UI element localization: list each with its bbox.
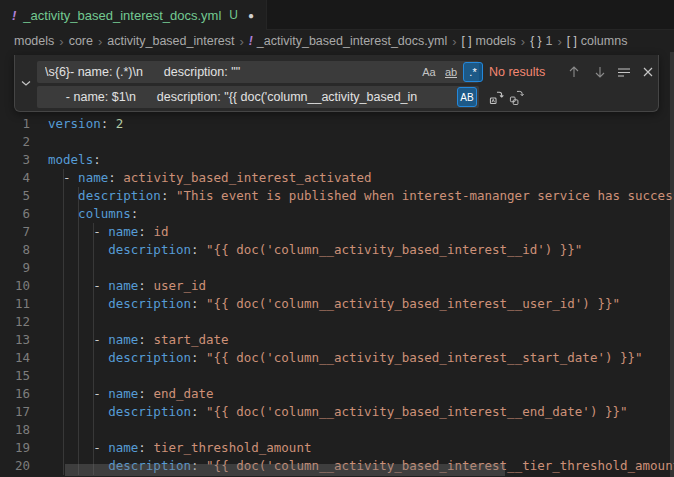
- line-number: 11: [0, 295, 30, 313]
- code-line[interactable]: 11 description: "{{ doc('column__activit…: [0, 295, 674, 313]
- tab-bar: ! _activity_based_interest_docs.yml U ●: [0, 0, 674, 30]
- editor[interactable]: 1version: 223models:4 - name: activity_b…: [0, 52, 674, 477]
- code-text: - name: end_date: [30, 385, 214, 403]
- code-text: description: "{{ doc('column__activity_b…: [30, 403, 628, 421]
- breadcrumb: models›core›activity_based_interest›!_ac…: [0, 30, 674, 52]
- find-input[interactable]: [37, 61, 479, 83]
- line-number: 15: [0, 367, 30, 385]
- line-number: 16: [0, 385, 30, 403]
- breadcrumb-item[interactable]: !_activity_based_interest_docs.yml: [249, 34, 447, 48]
- code-text: description: "This event is published wh…: [30, 187, 674, 205]
- code-line[interactable]: 12: [0, 313, 674, 331]
- git-status-badge: U: [229, 8, 238, 22]
- line-number: 1: [0, 115, 30, 133]
- breadcrumb-item[interactable]: [ ]models: [462, 34, 516, 48]
- code-line[interactable]: 16 - name: end_date: [0, 385, 674, 403]
- replace-all-icon: [509, 90, 524, 105]
- line-number: 20: [0, 457, 30, 475]
- line-number: 19: [0, 439, 30, 457]
- line-number: 3: [0, 151, 30, 169]
- code-text: [30, 367, 48, 385]
- breadcrumb-item[interactable]: core: [69, 34, 93, 48]
- close-find-button[interactable]: [639, 63, 657, 81]
- preserve-case-label: AB: [460, 92, 473, 103]
- code-line[interactable]: 19 - name: tier_threshold_amount: [0, 439, 674, 457]
- code-line[interactable]: 18: [0, 421, 674, 439]
- replace-input[interactable]: [37, 86, 479, 108]
- tab-filename: _activity_based_interest_docs.yml: [23, 8, 221, 23]
- breadcrumb-separator: ›: [59, 34, 63, 49]
- code-line[interactable]: 15: [0, 367, 674, 385]
- line-number: 10: [0, 277, 30, 295]
- line-number: 2: [0, 133, 30, 151]
- regex-button[interactable]: .*: [463, 62, 483, 82]
- whole-word-button[interactable]: ab: [441, 62, 461, 82]
- symbol-array-icon: [ ]: [567, 34, 577, 48]
- toggle-replace-button[interactable]: [15, 55, 37, 111]
- match-case-label: Aa: [422, 66, 435, 78]
- breadcrumb-item[interactable]: activity_based_interest: [107, 34, 234, 48]
- line-number: 13: [0, 331, 30, 349]
- code-line[interactable]: 4 - name: activity_based_interest_activa…: [0, 169, 674, 187]
- breadcrumb-separator: ›: [239, 34, 243, 49]
- regex-label: .*: [469, 66, 476, 78]
- code-line[interactable]: 9: [0, 259, 674, 277]
- arrow-up-icon: [567, 65, 581, 79]
- code-line[interactable]: 2: [0, 133, 674, 151]
- breadcrumb-separator: ›: [558, 34, 562, 49]
- code-text: - name: tier_threshold_amount: [30, 439, 311, 457]
- code-line[interactable]: 5 description: "This event is published …: [0, 187, 674, 205]
- code-line[interactable]: 17 description: "{{ doc('column__activit…: [0, 403, 674, 421]
- code-text: - name: user_id: [30, 277, 206, 295]
- tab-active-file[interactable]: ! _activity_based_interest_docs.yml U ●: [0, 0, 267, 30]
- replace-all-button[interactable]: [507, 88, 525, 106]
- code-line[interactable]: 1version: 2: [0, 115, 674, 133]
- find-in-selection-button[interactable]: [615, 63, 633, 81]
- code-text: [30, 259, 48, 277]
- vertical-scrollbar[interactable]: [670, 52, 674, 477]
- breadcrumb-item[interactable]: { }1: [530, 34, 552, 48]
- modified-dot-icon[interactable]: ●: [248, 10, 254, 21]
- line-number: 9: [0, 259, 30, 277]
- code-text: - name: start_date: [30, 331, 229, 349]
- yaml-file-icon: !: [249, 34, 253, 48]
- breadcrumb-label: models: [476, 34, 516, 48]
- line-number: 8: [0, 241, 30, 259]
- code-line[interactable]: 3models:: [0, 151, 674, 169]
- code-line[interactable]: 7 - name: id: [0, 223, 674, 241]
- code-line[interactable]: 8 description: "{{ doc('column__activity…: [0, 241, 674, 259]
- line-number: 7: [0, 223, 30, 241]
- breadcrumb-item[interactable]: [ ]columns: [567, 34, 628, 48]
- symbol-object-icon: { }: [530, 34, 541, 48]
- selection-icon: [617, 65, 631, 79]
- horizontal-scrollbar[interactable]: [65, 464, 505, 476]
- preserve-case-button[interactable]: AB: [457, 87, 477, 107]
- symbol-array-icon: [ ]: [462, 34, 472, 48]
- vscode-window: ! _activity_based_interest_docs.yml U ● …: [0, 0, 674, 477]
- code-line[interactable]: 13 - name: start_date: [0, 331, 674, 349]
- line-number: 18: [0, 421, 30, 439]
- breadcrumb-item[interactable]: models: [14, 34, 54, 48]
- breadcrumb-separator: ›: [452, 34, 456, 49]
- find-widget: Aa ab .* No results: [14, 55, 659, 112]
- line-number: 4: [0, 169, 30, 187]
- code-line[interactable]: 10 - name: user_id: [0, 277, 674, 295]
- line-number: 5: [0, 187, 30, 205]
- arrow-down-icon: [593, 65, 607, 79]
- line-number: 6: [0, 205, 30, 223]
- next-match-button[interactable]: [591, 63, 609, 81]
- line-number: 12: [0, 313, 30, 331]
- line-number: 14: [0, 349, 30, 367]
- code-line[interactable]: 6 columns:: [0, 205, 674, 223]
- chevron-down-icon: [20, 77, 32, 89]
- previous-match-button[interactable]: [565, 63, 583, 81]
- code-text: [30, 421, 48, 439]
- match-case-button[interactable]: Aa: [419, 62, 439, 82]
- whole-word-label: ab: [445, 67, 457, 78]
- code-line[interactable]: 14 description: "{{ doc('column__activit…: [0, 349, 674, 367]
- breadcrumb-label: core: [69, 34, 93, 48]
- replace-button[interactable]: [487, 88, 505, 106]
- code-text: version: 2: [30, 115, 123, 133]
- code-text: - name: activity_based_interest_activate…: [30, 169, 372, 187]
- breadcrumb-label: models: [14, 34, 54, 48]
